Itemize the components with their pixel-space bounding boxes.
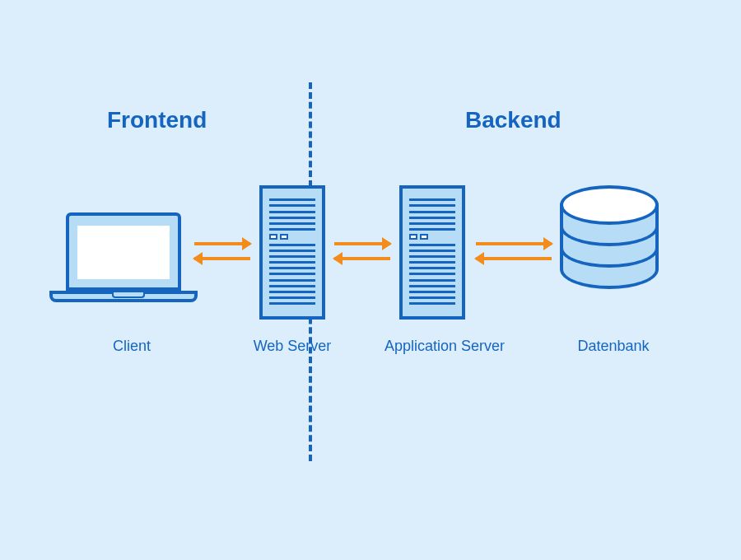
- server-icon: [259, 185, 325, 320]
- database-icon: [560, 185, 659, 289]
- server-icon: [399, 185, 465, 320]
- bidirectional-arrow-icon: [194, 242, 250, 260]
- client-label: Client: [99, 338, 165, 355]
- web-server-label: Web Server: [247, 338, 338, 355]
- backend-section-title: Backend: [465, 107, 562, 133]
- application-server-label: Application Server: [370, 338, 519, 355]
- laptop-icon: [66, 212, 198, 302]
- frontend-section-title: Frontend: [107, 107, 207, 133]
- bidirectional-arrow-icon: [476, 242, 552, 260]
- bidirectional-arrow-icon: [334, 242, 390, 260]
- database-label: Datenbank: [564, 338, 663, 355]
